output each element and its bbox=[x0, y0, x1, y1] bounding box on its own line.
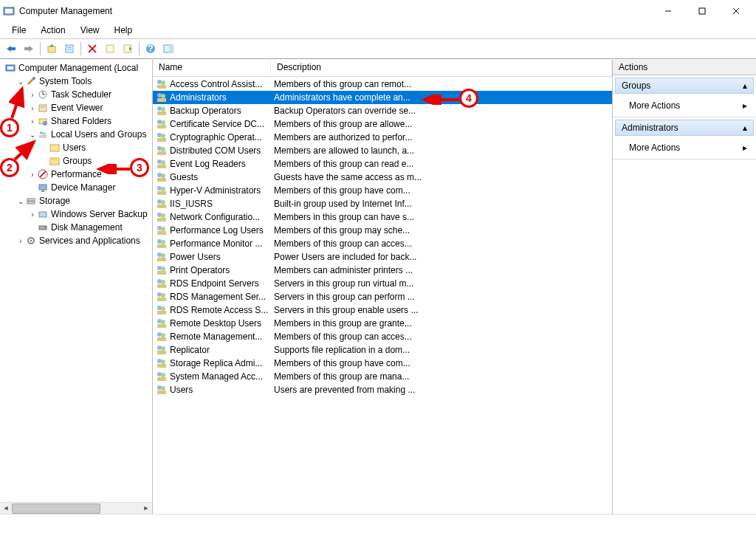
list-item[interactable]: Print OperatorsMembers can administer pr… bbox=[153, 264, 612, 277]
svg-rect-93 bbox=[157, 258, 166, 261]
menu-action[interactable]: Action bbox=[33, 24, 72, 37]
list-item[interactable]: Remote Management...Members of this grou… bbox=[153, 330, 612, 343]
tree-pane: Computer Management (Local ⌄ System Tool… bbox=[0, 60, 153, 514]
svg-point-95 bbox=[161, 267, 165, 271]
tree-item-storage[interactable]: ⌄ Storage bbox=[3, 194, 152, 207]
backup-icon bbox=[37, 208, 49, 220]
svg-point-112 bbox=[157, 346, 162, 350]
list-item[interactable]: Access Control Assist...Members of this … bbox=[153, 78, 612, 91]
horizontal-scrollbar[interactable]: ◄ ► bbox=[0, 502, 152, 514]
svg-point-51 bbox=[30, 240, 32, 242]
svg-point-49 bbox=[44, 227, 46, 228]
chevron-right-icon[interactable]: › bbox=[28, 210, 37, 219]
minimize-button[interactable] bbox=[651, 0, 685, 22]
forward-button[interactable] bbox=[21, 41, 37, 57]
group-icon bbox=[156, 211, 168, 223]
action-more-groups[interactable]: More Actions ▸ bbox=[626, 99, 753, 112]
svg-point-103 bbox=[157, 306, 162, 310]
maximize-button[interactable] bbox=[685, 0, 719, 22]
action-more-admins[interactable]: More Actions ▸ bbox=[626, 141, 753, 154]
list-item-description: Members of this group can acces... bbox=[271, 331, 612, 342]
chevron-down-icon[interactable]: ⌄ bbox=[16, 197, 25, 205]
actions-section-admins[interactable]: Administrators ▴ bbox=[615, 120, 754, 136]
tree-root-label: Computer Management (Local bbox=[18, 63, 138, 73]
list-item[interactable]: Event Log ReadersMembers of this group c… bbox=[153, 157, 612, 171]
tree-root[interactable]: Computer Management (Local bbox=[3, 61, 152, 75]
list-item[interactable]: System Managed Acc...Members of this gro… bbox=[153, 370, 612, 383]
svg-rect-99 bbox=[157, 284, 166, 288]
list-item[interactable]: Backup OperatorsBackup Operators can ove… bbox=[153, 104, 612, 117]
list-item[interactable]: Storage Replica Admi...Members of this g… bbox=[153, 357, 612, 370]
list-item[interactable]: AdministratorsAdministrators have comple… bbox=[153, 91, 612, 104]
tree-item-disk-management[interactable]: Disk Management bbox=[3, 221, 152, 234]
list-item[interactable]: Hyper-V AdministratorsMembers of this gr… bbox=[153, 184, 612, 197]
list-item[interactable]: Cryptographic Operat...Members are autho… bbox=[153, 131, 612, 144]
chevron-right-icon[interactable]: › bbox=[16, 237, 25, 245]
list-item[interactable]: Performance Monitor ...Members of this g… bbox=[153, 237, 612, 250]
help-icon[interactable]: ? bbox=[142, 41, 159, 57]
menu-file[interactable]: File bbox=[4, 24, 33, 37]
show-hide-icon[interactable] bbox=[160, 41, 176, 57]
svg-rect-45 bbox=[27, 199, 35, 201]
list-item-name: Remote Management... bbox=[170, 331, 271, 342]
scroll-left-icon[interactable]: ◄ bbox=[0, 503, 12, 513]
list-item[interactable]: Certificate Service DC...Members of this… bbox=[153, 117, 612, 131]
svg-point-73 bbox=[157, 173, 162, 177]
tree-item-device-manager[interactable]: Device Manager bbox=[3, 181, 152, 194]
separator bbox=[139, 42, 140, 55]
up-icon[interactable] bbox=[44, 41, 60, 57]
list-item[interactable]: IIS_IUSRSBuilt-in group used by Internet… bbox=[153, 197, 612, 210]
list-item[interactable]: Performance Log UsersMembers of this gro… bbox=[153, 224, 612, 237]
menu-help[interactable]: Help bbox=[107, 24, 140, 37]
close-button[interactable] bbox=[719, 0, 753, 22]
list-item[interactable]: GuestsGuests have the same access as m..… bbox=[153, 171, 612, 184]
svg-point-59 bbox=[161, 107, 165, 111]
menu-view[interactable]: View bbox=[73, 24, 107, 37]
list-item[interactable]: RDS Remote Access S...Servers in this gr… bbox=[153, 303, 612, 317]
svg-point-76 bbox=[157, 186, 162, 190]
disk-icon bbox=[37, 221, 49, 233]
svg-rect-4 bbox=[699, 8, 705, 14]
list-item[interactable]: Remote Desktop UsersMembers in this grou… bbox=[153, 317, 612, 330]
group-icon bbox=[156, 344, 168, 356]
scroll-right-icon[interactable]: ► bbox=[140, 503, 152, 513]
app-icon bbox=[3, 5, 15, 17]
svg-point-115 bbox=[157, 359, 162, 363]
svg-point-92 bbox=[161, 253, 165, 258]
scroll-thumb[interactable] bbox=[12, 504, 100, 514]
list-item[interactable]: RDS Management Ser...Servers in this gro… bbox=[153, 290, 612, 303]
svg-rect-46 bbox=[27, 202, 35, 204]
svg-point-34 bbox=[43, 121, 47, 126]
list-item[interactable]: Distributed COM UsersMembers are allowed… bbox=[153, 144, 612, 157]
svg-point-82 bbox=[157, 213, 162, 217]
group-icon bbox=[156, 224, 168, 236]
tree-item-services[interactable]: › Services and Applications bbox=[3, 234, 152, 247]
actions-section-groups[interactable]: Groups ▴ bbox=[615, 78, 754, 94]
list-item[interactable]: ReplicatorSupports file replication in a… bbox=[153, 343, 612, 357]
chevron-right-icon[interactable]: › bbox=[28, 171, 37, 179]
svg-rect-1 bbox=[5, 9, 13, 13]
list-item[interactable]: Network Configuratio...Members in this g… bbox=[153, 210, 612, 224]
tree-item-win-server-backup[interactable]: › Windows Server Backup bbox=[3, 207, 152, 221]
submenu-icon: ▸ bbox=[743, 100, 747, 111]
list-item-description: Members of this group can remot... bbox=[271, 79, 612, 89]
back-button[interactable] bbox=[3, 41, 19, 57]
list-item[interactable]: Power UsersPower Users are included for … bbox=[153, 250, 612, 264]
column-description[interactable]: Description bbox=[271, 60, 612, 76]
list-item-name: Event Log Readers bbox=[170, 159, 271, 169]
svg-rect-117 bbox=[157, 364, 166, 368]
column-name[interactable]: Name bbox=[153, 60, 271, 76]
list-item[interactable]: UsersUsers are prevented from making ... bbox=[153, 383, 612, 396]
list-item[interactable]: RDS Endpoint ServersServers in this grou… bbox=[153, 277, 612, 290]
tree-item-label: Storage bbox=[39, 196, 70, 206]
list-item-name: Performance Log Users bbox=[170, 225, 271, 236]
export-icon[interactable] bbox=[120, 41, 136, 57]
refresh-icon[interactable] bbox=[102, 41, 118, 57]
svg-point-118 bbox=[157, 372, 162, 377]
storage-icon bbox=[25, 195, 37, 207]
delete-icon[interactable] bbox=[84, 41, 100, 57]
svg-point-83 bbox=[161, 213, 165, 218]
folder-icon bbox=[49, 142, 61, 154]
svg-point-106 bbox=[157, 319, 162, 323]
properties-icon[interactable] bbox=[61, 41, 78, 57]
